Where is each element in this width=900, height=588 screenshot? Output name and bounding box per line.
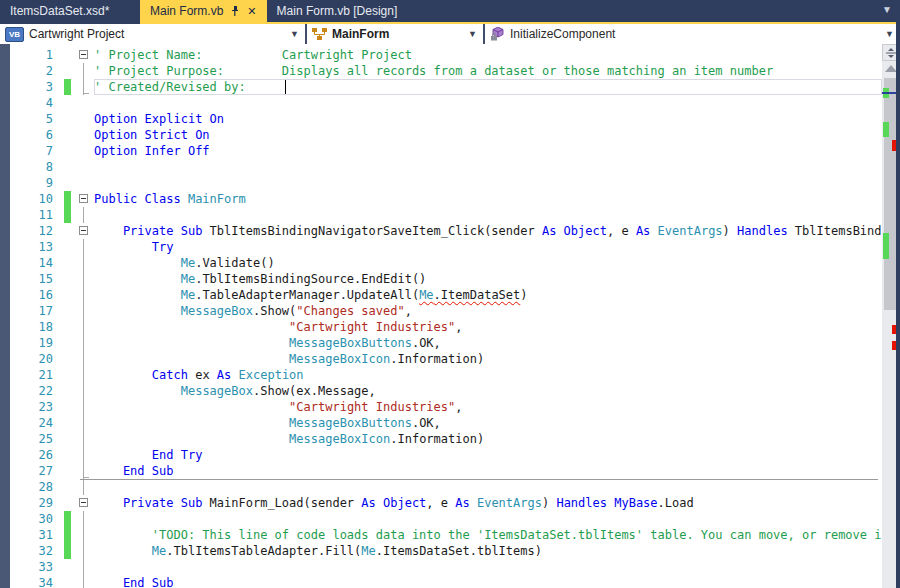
fold-toggle-icon[interactable] [79,50,88,59]
code-line[interactable]: "Cartwright Industries", [94,319,882,335]
fold-toggle-icon[interactable] [79,226,88,235]
code-text-area[interactable]: ' Project Name: Cartwright Project' Proj… [94,44,882,588]
code-line[interactable]: End Sub [94,463,882,479]
outline-cell [74,463,94,479]
change-cell [62,63,74,79]
change-cell [62,239,74,255]
fold-toggle-icon[interactable] [79,498,88,507]
code-token [94,304,181,318]
project-dropdown-label: Cartwright Project [29,27,124,41]
code-token: Option Strict On [94,128,210,142]
tab-itemsdataset[interactable]: ItemsDataSet.xsd* [0,0,140,22]
outline-cell [74,47,94,63]
outline-line [83,511,84,527]
code-line[interactable]: Me.TableAdapterManager.UpdateAll(Me.Item… [94,287,882,303]
code-line[interactable]: Option Infer Off [94,143,882,159]
code-line[interactable]: Catch ex As Exception [94,367,882,383]
fold-toggle-icon[interactable] [79,194,88,203]
code-token: , [405,304,412,318]
code-line[interactable]: Option Strict On [94,127,882,143]
outline-line [83,351,84,367]
code-token: .ItemDataSet [434,288,521,302]
line-number: 10 [10,191,62,207]
code-line[interactable]: ' Project Purpose: Displays all records … [94,63,882,79]
code-token: , e [426,496,455,510]
close-icon[interactable]: ✕ [247,6,256,17]
outline-cell [74,543,94,559]
code-line[interactable]: 'TODO: This line of code loads data into… [94,527,882,543]
change-cell [62,447,74,463]
change-tracking-margin [62,44,74,588]
change-bar [64,527,71,543]
code-line[interactable] [94,559,882,575]
code-line[interactable]: Me.Validate() [94,255,882,271]
code-token: Me [152,544,166,558]
code-line[interactable]: MessageBoxButtons.OK, [94,335,882,351]
member-dropdown[interactable]: InitializeComponent ▼ [485,24,900,44]
code-line[interactable]: MessageBox.Show(ex.Message, [94,383,882,399]
vs-editor-window: ItemsDataSet.xsd* Main Form.vb ✕ Main Fo… [0,0,900,588]
line-number: 11 [10,207,62,223]
change-cell [62,127,74,143]
code-line[interactable] [94,159,882,175]
code-line[interactable]: Me.TblItemsBindingSource.EndEdit() [94,271,882,287]
class-dropdown[interactable]: MainForm ▼ [307,24,483,44]
code-line[interactable] [94,95,882,111]
code-token: "Cartwright Industries" [289,320,455,334]
change-cell [62,255,74,271]
code-line[interactable]: Option Explicit On [94,111,882,127]
code-line[interactable]: Try [94,239,882,255]
code-editor[interactable]: 1234567891011121314151617181920212223242… [0,44,900,588]
code-token [94,320,289,334]
code-line[interactable]: MessageBoxButtons.OK, [94,415,882,431]
code-line[interactable]: MessageBox.Show("Changes saved", [94,303,882,319]
outline-line [83,63,84,79]
code-line[interactable]: ' Project Name: Cartwright Project [94,47,882,63]
code-line[interactable]: End Try [94,447,882,463]
project-dropdown[interactable]: VB Cartwright Project ▼ [0,24,305,44]
code-line[interactable]: Private Sub MainForm_Load(sender As Obje… [94,495,882,511]
outline-cell [74,511,94,527]
outline-line [83,287,84,303]
code-token: Me [361,544,375,558]
code-line[interactable]: End Sub [94,575,882,588]
code-line[interactable]: MessageBoxIcon.Information) [94,351,882,367]
member-dropdown-label: InitializeComponent [510,27,615,41]
code-token: Me [181,272,195,286]
code-line[interactable]: Public Class MainForm [94,191,882,207]
code-line[interactable] [94,175,882,191]
change-cell [62,303,74,319]
code-line[interactable]: MessageBoxIcon.Information) [94,431,882,447]
code-token: 'TODO: This line of code loads data into… [94,528,882,542]
code-line[interactable]: ' Created/Revised by: [94,79,882,95]
code-line[interactable]: Private Sub TblItemsBindingNavigatorSave… [94,223,882,239]
pin-icon[interactable] [230,6,240,17]
code-token: .OK, [412,416,441,430]
line-number: 6 [10,127,62,143]
code-token: .OK, [412,336,441,350]
outline-cell [74,303,94,319]
code-token: Private Sub [94,224,210,238]
code-line[interactable]: "Cartwright Industries", [94,399,882,415]
code-line[interactable] [94,479,882,495]
outlining-margin[interactable] [74,44,94,588]
breakpoint-margin[interactable] [0,44,10,588]
code-token [94,416,289,430]
code-token: , [455,400,462,414]
tab-mainform-code[interactable]: Main Form.vb ✕ [140,0,267,22]
code-line[interactable] [94,511,882,527]
change-cell [62,367,74,383]
tab-list-chevron-icon[interactable]: ▼ [882,4,892,15]
code-line[interactable] [94,207,882,223]
outline-end-tick [83,93,89,94]
tab-mainform-design[interactable]: Main Form.vb [Design] [267,0,408,22]
code-line[interactable]: Me.TblItemsTableAdapter.Fill(Me.ItemsDat… [94,543,882,559]
code-token: MyBase [614,496,657,510]
line-number: 3 [10,79,62,95]
code-token: .Show( [253,304,296,318]
line-number: 2 [10,63,62,79]
code-token: .TblItemsBindingSource.EndEdit() [195,272,426,286]
class-dropdown-label: MainForm [332,27,389,41]
fold-minus [81,198,86,199]
line-number: 32 [10,543,62,559]
